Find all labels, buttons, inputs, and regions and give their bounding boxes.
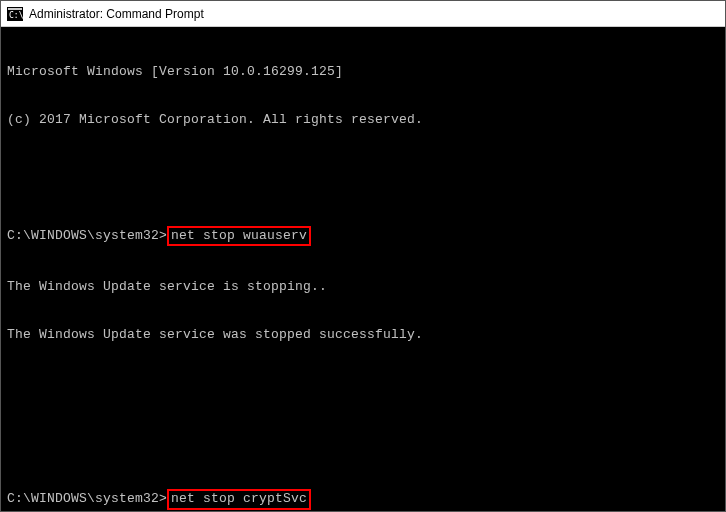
terminal-area[interactable]: Microsoft Windows [Version 10.0.16299.12… <box>1 27 725 511</box>
blank-line <box>7 376 719 392</box>
svg-text:C:\: C:\ <box>9 11 23 20</box>
blank-line <box>7 425 719 441</box>
header-line: (c) 2017 Microsoft Corporation. All righ… <box>7 112 719 128</box>
header-line: Microsoft Windows [Version 10.0.16299.12… <box>7 64 719 80</box>
svg-rect-1 <box>8 8 22 10</box>
blank-line <box>7 161 719 177</box>
output-line: The Windows Update service is stopping.. <box>7 279 719 295</box>
output-line: The Windows Update service was stopped s… <box>7 327 719 343</box>
highlighted-command: net stop wuauserv <box>167 226 311 246</box>
command-line: C:\WINDOWS\system32>net stop cryptSvc <box>7 489 719 509</box>
prompt: C:\WINDOWS\system32> <box>7 491 167 506</box>
highlighted-command: net stop cryptSvc <box>167 489 311 509</box>
cmd-icon: C:\ <box>7 7 23 21</box>
window-title: Administrator: Command Prompt <box>29 7 204 21</box>
command-line: C:\WINDOWS\system32>net stop wuauserv <box>7 226 719 246</box>
cmd-window: C:\ Administrator: Command Prompt Micros… <box>0 0 726 512</box>
prompt: C:\WINDOWS\system32> <box>7 228 167 243</box>
titlebar[interactable]: C:\ Administrator: Command Prompt <box>1 1 725 27</box>
